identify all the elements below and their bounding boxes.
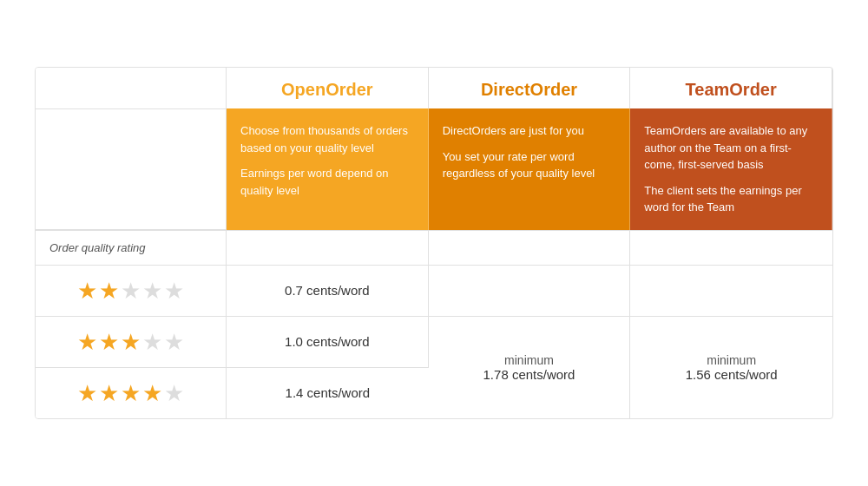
row1-direct-rate [429,265,631,316]
quality-label-text: Order quality rating [49,241,146,254]
row3-open-rate-text: 1.4 cents/word [286,385,371,400]
star-2-1: ★ [77,331,97,353]
star-3-1: ★ [77,382,97,404]
row2-open-rate: 1.0 cents/word [227,316,429,367]
direct-desc-line2: You set your rate per word regardless of… [443,148,616,182]
stars-3: ★ ★ ★ ★ ★ [77,331,184,353]
comparison-table: OpenOrder DirectOrder TeamOrder Choose f… [35,67,833,419]
team-min-label: minimum [707,353,756,367]
star-1-1: ★ [77,279,97,302]
header-team-order: TeamOrder [630,68,832,108]
star-2-5: ★ [164,331,184,353]
quality-direct-empty [429,230,631,265]
star-1-2: ★ [99,279,119,302]
team-desc-line2: The client sets the earnings per word fo… [644,182,818,216]
direct-order-title: DirectOrder [481,80,577,99]
star-3-4: ★ [142,382,162,404]
star-3-5: ★ [164,382,184,404]
row1-open-rate: 0.7 cents/word [227,265,429,316]
row2-team-minimum: minimum 1.56 cents/word [630,316,832,418]
stars-row-1: ★ ★ ★ ★ ★ [36,265,227,316]
quality-open-empty [227,230,429,265]
star-1-4: ★ [142,279,162,302]
desc-direct-order: DirectOrders are just for you You set yo… [429,108,631,230]
team-desc-line1: TeamOrders are available to any author o… [644,122,818,174]
quality-team-empty [630,230,832,265]
row2-direct-minimum: minimum 1.78 cents/word [429,316,631,418]
header-open-order: OpenOrder [227,68,429,108]
desc-open-order: Choose from thousands of orders based on… [227,108,429,230]
star-1-5: ★ [164,279,184,302]
stars-row-2: ★ ★ ★ ★ ★ [36,316,227,367]
stars-row-3: ★ ★ ★ ★ ★ [36,367,227,418]
row1-team-rate [630,265,832,316]
team-order-title: TeamOrder [686,80,777,99]
header-direct-order: DirectOrder [429,68,631,108]
star-3-3: ★ [121,382,141,404]
direct-desc-line1: DirectOrders are just for you [443,122,616,140]
open-desc-line1: Choose from thousands of orders based on… [240,122,414,156]
row3-open-rate: 1.4 cents/word [227,367,429,418]
header-empty-cell [36,68,227,108]
quality-label-cell: Order quality rating [36,230,227,265]
direct-minimum: minimum 1.78 cents/word [483,353,575,382]
desc-empty-cell [36,108,227,230]
stars-4: ★ ★ ★ ★ ★ [77,382,184,404]
open-desc-line2: Earnings per word depend on quality leve… [240,165,414,199]
direct-min-label: minimum [504,353,554,367]
direct-min-value: 1.78 cents/word [483,367,575,382]
open-order-title: OpenOrder [281,80,373,99]
row2-open-rate-text: 1.0 cents/word [285,334,370,349]
desc-team-order: TeamOrders are available to any author o… [630,108,832,230]
star-2-4: ★ [142,331,162,353]
star-2-2: ★ [99,331,119,353]
team-min-value: 1.56 cents/word [686,367,778,382]
stars-2: ★ ★ ★ ★ ★ [77,279,184,302]
team-minimum: minimum 1.56 cents/word [686,353,778,382]
row1-open-rate-text: 0.7 cents/word [285,283,370,298]
star-2-3: ★ [121,331,141,353]
star-1-3: ★ [121,279,141,302]
star-3-2: ★ [99,382,119,404]
